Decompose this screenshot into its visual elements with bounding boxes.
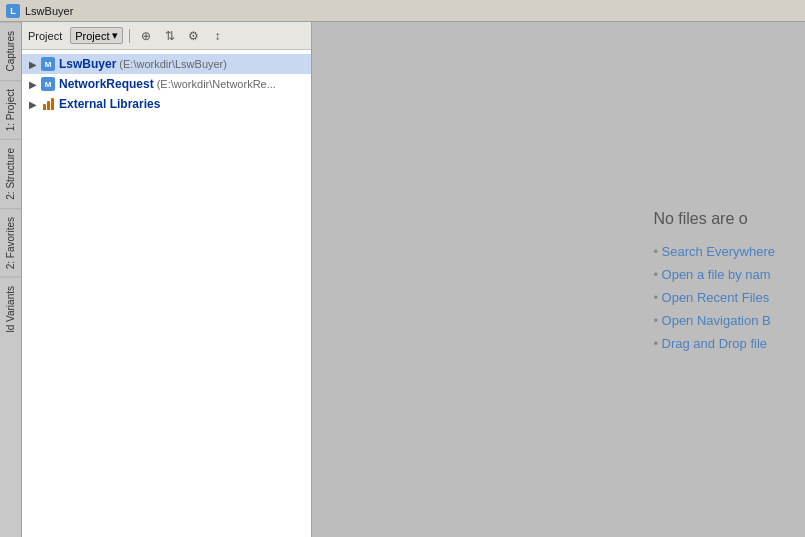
- dropdown-arrow-icon: ▾: [112, 29, 118, 42]
- toolbar-expand-btn[interactable]: ↕: [208, 26, 228, 46]
- app-icon: L: [6, 4, 20, 18]
- library-icon-external: [40, 96, 56, 112]
- toolbar-sort-btn[interactable]: ⇅: [160, 26, 180, 46]
- captures-label: Captures: [5, 31, 16, 72]
- project-tree[interactable]: ▶ M LswBuyer(E:\workdir\LswBuyer) ▶ M Ne…: [22, 50, 311, 537]
- tree-item-external-libraries[interactable]: ▶ External Libraries: [22, 94, 311, 114]
- sidebar-item-structure[interactable]: 2: Structure: [0, 139, 21, 208]
- tree-arrow-external-libraries: ▶: [26, 97, 40, 111]
- module-icon-lswbuyer: M: [40, 56, 56, 72]
- open-by-name-link[interactable]: Open a file by nam: [662, 266, 771, 281]
- toolbar-settings-btn[interactable]: ⚙: [184, 26, 204, 46]
- suggestion-recent: Open Recent Files: [653, 289, 775, 304]
- no-files-title: No files are o: [653, 209, 775, 227]
- recent-files-link[interactable]: Open Recent Files: [662, 289, 770, 304]
- external-libraries-name: External Libraries: [59, 97, 160, 111]
- suggestion-drag-drop: Drag and Drop file: [653, 335, 775, 350]
- title-bar-text: LswBuyer: [25, 5, 73, 17]
- build-variants-label: ld Variants: [5, 286, 16, 333]
- sidebar-item-captures[interactable]: Captures: [0, 22, 21, 80]
- toolbar-add-btn[interactable]: ⊕: [136, 26, 156, 46]
- module-icon-networkrequest: M: [40, 76, 56, 92]
- suggestion-search: Search Everywhere: [653, 243, 775, 258]
- tree-item-lswbuyer[interactable]: ▶ M LswBuyer(E:\workdir\LswBuyer): [22, 54, 311, 74]
- main-content: No files are o Search Everywhere Open a …: [312, 22, 805, 537]
- left-side-tabs: Captures 1: Project 2: Structure 2: Favo…: [0, 22, 22, 537]
- favorites-label: 2: Favorites: [5, 217, 16, 269]
- project-toolbar-label: Project: [28, 30, 62, 42]
- project-toolbar: Project Project ▾ ⊕ ⇅ ⚙ ↕: [22, 22, 311, 50]
- drag-drop-link[interactable]: Drag and Drop file: [662, 335, 768, 350]
- suggestion-open-name: Open a file by nam: [653, 266, 775, 281]
- title-bar: L LswBuyer: [0, 0, 805, 22]
- sidebar-item-favorites[interactable]: 2: Favorites: [0, 208, 21, 277]
- tree-arrow-networkrequest: ▶: [26, 77, 40, 91]
- no-files-panel: No files are o Search Everywhere Open a …: [623, 189, 805, 370]
- suggestions-list: Search Everywhere Open a file by nam Ope…: [653, 243, 775, 350]
- tree-arrow-lswbuyer: ▶: [26, 57, 40, 71]
- structure-label: 2: Structure: [5, 148, 16, 200]
- dropdown-label: Project: [75, 30, 109, 42]
- project-view-dropdown[interactable]: Project ▾: [70, 27, 122, 44]
- main-area: Captures 1: Project 2: Structure 2: Favo…: [0, 22, 805, 537]
- sidebar-item-build-variants[interactable]: ld Variants: [0, 277, 21, 341]
- sidebar-item-project[interactable]: 1: Project: [0, 80, 21, 139]
- navigation-link[interactable]: Open Navigation B: [662, 312, 771, 327]
- search-everywhere-link[interactable]: Search Everywhere: [662, 243, 775, 258]
- tree-item-networkrequest[interactable]: ▶ M NetworkRequest(E:\workdir\NetworkRe.…: [22, 74, 311, 94]
- toolbar-separator: [129, 29, 130, 43]
- project-label: 1: Project: [5, 89, 16, 131]
- suggestion-navigation: Open Navigation B: [653, 312, 775, 327]
- lswbuyer-name: LswBuyer(E:\workdir\LswBuyer): [59, 57, 227, 71]
- networkrequest-name: NetworkRequest(E:\workdir\NetworkRe...: [59, 77, 276, 91]
- project-panel: Project Project ▾ ⊕ ⇅ ⚙ ↕ ▶ M LswBuyer(E…: [22, 22, 312, 537]
